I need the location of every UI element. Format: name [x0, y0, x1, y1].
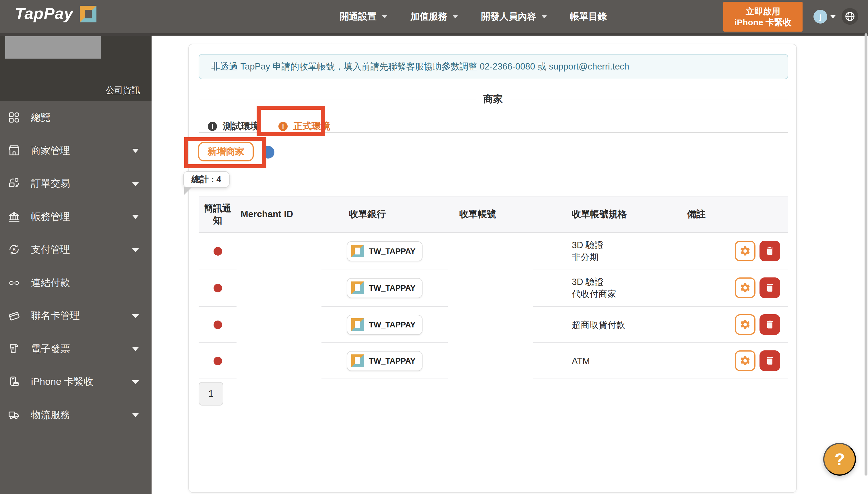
- section-title: 商家: [476, 93, 510, 106]
- column-header-account-spec: 收單帳號規格: [533, 208, 675, 220]
- sidebar-item-account-management[interactable]: 帳務管理: [0, 200, 152, 233]
- annotation-box-add-merchant: [184, 137, 267, 168]
- bank-badge-label: TW_TAPPAY: [369, 320, 415, 329]
- bank-badge: TW_TAPPAY: [347, 351, 422, 371]
- sms-status-dot: [213, 247, 222, 255]
- sidebar-company-panel: 公司資訊: [0, 36, 152, 101]
- acquirer-notice-banner: 非透過 TapPay 申請的收單帳號，填入前請先聯繫客服協助參數調整 02-23…: [199, 54, 788, 79]
- top-navbar: TapPay 開通設置 加值服務 開發人員內容 帳單目錄 立即啟用 iPhone…: [0, 0, 868, 36]
- company-info-link[interactable]: 公司資訊: [106, 85, 140, 96]
- help-button[interactable]: ?: [823, 443, 856, 476]
- avatar-letter: j: [819, 12, 822, 21]
- trash-icon: [765, 356, 775, 366]
- sidebar-item-label: 物流服務: [31, 408, 70, 422]
- menu-value-added-services[interactable]: 加值服務: [411, 11, 458, 23]
- chevron-down-icon: [541, 15, 547, 18]
- overview-grid-icon: [7, 111, 21, 125]
- logistics-truck-icon: [7, 408, 21, 422]
- merchant-table: 簡訊通知 Merchant ID 收單銀行 收單帳號 收單帳號規格 備註 TW_…: [199, 196, 788, 379]
- svg-text:$: $: [13, 247, 16, 253]
- table-row: TW_TAPPAY 超商取貨付款: [199, 307, 788, 343]
- sidebar-item-merchant-management[interactable]: 商家管理: [0, 134, 152, 167]
- table-row: TW_TAPPAY ATM: [199, 343, 788, 379]
- column-header-sms-notify: 簡訊通知: [199, 202, 237, 226]
- merchant-id-cell: [237, 307, 321, 343]
- sms-status-dot: [213, 320, 222, 329]
- delete-button[interactable]: [760, 241, 780, 261]
- sidebar-item-label: 聯名卡管理: [31, 309, 80, 323]
- chevron-down-icon: [132, 314, 139, 318]
- sidebar-item-label: 訂單交易: [31, 177, 70, 190]
- settings-button[interactable]: [735, 241, 755, 261]
- sidebar-item-overview[interactable]: 總覽: [0, 101, 152, 134]
- column-header-acquiring-bank: 收單銀行: [321, 208, 448, 220]
- settings-button[interactable]: [735, 278, 755, 298]
- tab-label: 測試環境: [223, 120, 259, 132]
- merchant-settings-card: 非透過 TapPay 申請的收單帳號，填入前請先聯繫客服協助參數調整 02-23…: [188, 44, 797, 493]
- sidebar-item-label: 總覽: [31, 111, 51, 125]
- sidebar-item-iphone-tap-to-pay[interactable]: iPhone 卡緊收: [0, 365, 152, 398]
- bank-badge-label: TW_TAPPAY: [369, 283, 415, 292]
- delete-button[interactable]: [760, 278, 780, 298]
- bank-badge-label: TW_TAPPAY: [369, 356, 415, 365]
- order-sync-icon: [7, 177, 21, 190]
- bank-badge-label: TW_TAPPAY: [369, 246, 415, 255]
- account-cell: [448, 233, 533, 269]
- tappay-logo[interactable]: TapPay: [15, 5, 96, 23]
- sidebar-item-payment-management[interactable]: $ 支付管理: [0, 233, 152, 266]
- menu-activation-settings[interactable]: 開通設置: [340, 11, 388, 23]
- merchant-id-cell: [237, 269, 321, 307]
- payment-cycle-icon: $: [7, 243, 21, 256]
- link-icon: [7, 276, 21, 289]
- column-header-merchant-id: Merchant ID: [237, 209, 321, 220]
- menu-label: 加值服務: [411, 11, 447, 23]
- account-spec: 超商取貨付款: [572, 319, 625, 330]
- merchant-id-cell: [237, 233, 321, 269]
- iphone-pay-icon: [7, 375, 21, 388]
- sidebar-item-logistics[interactable]: 物流服務: [0, 398, 152, 431]
- activate-iphone-tap-to-pay-button[interactable]: 立即啟用 iPhone 卡緊收: [723, 2, 803, 32]
- tappay-mark-icon: [352, 318, 364, 331]
- trash-icon: [765, 246, 775, 256]
- gear-icon: [739, 245, 751, 257]
- sidebar-item-cobrand-card-management[interactable]: 聯名卡管理: [0, 299, 152, 332]
- sidebar-item-label: 連結付款: [31, 276, 70, 289]
- chevron-down-icon: [132, 248, 139, 252]
- tappay-logo-icon: [79, 5, 96, 22]
- bank-badge: TW_TAPPAY: [347, 315, 422, 335]
- sidebar-item-label: 帳務管理: [31, 210, 70, 224]
- delete-button[interactable]: [760, 314, 780, 335]
- account-cell: [448, 307, 533, 343]
- menu-billing-directory[interactable]: 帳單目錄: [570, 11, 607, 23]
- tooltip-arrow: [184, 187, 192, 195]
- storefront-icon: [7, 144, 21, 157]
- cobrand-card-icon: [7, 309, 21, 323]
- sidebar-item-link-payment[interactable]: 連結付款: [0, 266, 152, 299]
- banner-text: 非透過 TapPay 申請的收單帳號，填入前請先聯繫客服協助參數調整 02-23…: [199, 61, 629, 73]
- user-avatar[interactable]: j: [813, 10, 827, 23]
- column-header-remarks: 備註: [675, 208, 788, 220]
- sidebar-item-label: iPhone 卡緊收: [31, 375, 93, 388]
- gear-icon: [739, 355, 751, 366]
- bank-cell: TW_TAPPAY: [321, 233, 448, 269]
- delete-button[interactable]: [760, 350, 780, 371]
- pagination-page-1-button[interactable]: 1: [199, 382, 223, 405]
- sidebar-item-label: 電子發票: [31, 342, 70, 356]
- sms-status-dot: [213, 357, 222, 365]
- sidebar-item-label: 支付管理: [31, 243, 70, 256]
- sidebar-item-e-invoice[interactable]: 電子發票: [0, 332, 152, 365]
- tab-test-environment[interactable]: i 測試環境: [208, 120, 259, 132]
- gear-icon: [739, 282, 751, 293]
- language-globe-button[interactable]: [842, 8, 858, 25]
- tappay-mark-icon: [352, 282, 364, 294]
- avatar-chevron-down-icon[interactable]: [830, 15, 836, 18]
- menu-developer-content[interactable]: 開發人員內容: [481, 11, 547, 23]
- vertical-scrollbar[interactable]: [865, 33, 867, 476]
- settings-button[interactable]: [735, 350, 755, 371]
- bank-badge: TW_TAPPAY: [347, 241, 422, 261]
- settings-button[interactable]: [735, 314, 755, 335]
- sidebar-item-order-transactions[interactable]: 訂單交易: [0, 167, 152, 200]
- cta-line2: iPhone 卡緊收: [734, 17, 791, 27]
- row-actions: [675, 233, 788, 269]
- account-spec: 3D 驗證 非分期: [572, 239, 603, 263]
